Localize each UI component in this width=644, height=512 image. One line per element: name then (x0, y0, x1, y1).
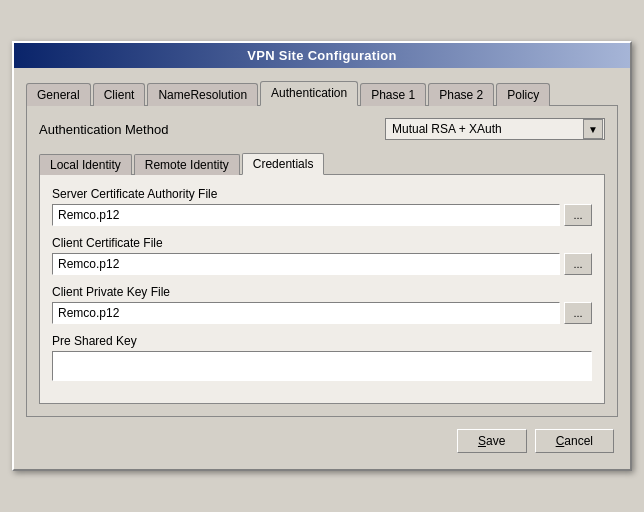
client-cert-browse-button[interactable]: ... (564, 253, 592, 275)
client-cert-group: Client Certificate File ... (52, 236, 592, 275)
tab-policy[interactable]: Policy (496, 83, 550, 106)
client-cert-label: Client Certificate File (52, 236, 592, 250)
auth-method-label: Authentication Method (39, 122, 168, 137)
auth-method-select[interactable]: Mutual RSA + XAuth Mutual RSA Mutual PSK… (385, 118, 605, 140)
client-key-group: Client Private Key File ... (52, 285, 592, 324)
cancel-button[interactable]: Cancel (535, 429, 614, 453)
tab-authentication[interactable]: Authentication (260, 81, 358, 106)
client-key-browse-button[interactable]: ... (564, 302, 592, 324)
server-cert-group: Server Certificate Authority File ... (52, 187, 592, 226)
tab-client[interactable]: Client (93, 83, 146, 106)
top-tab-bar: General Client NameResolution Authentica… (22, 76, 622, 105)
client-cert-row: ... (52, 253, 592, 275)
auth-method-select-wrapper: Mutual RSA + XAuth Mutual RSA Mutual PSK… (385, 118, 605, 140)
inner-tab-bar: Local Identity Remote Identity Credentia… (39, 152, 605, 174)
cancel-underline: Cancel (556, 434, 593, 448)
title-bar: VPN Site Configuration (14, 43, 630, 68)
credentials-panel: Server Certificate Authority File ... Cl… (39, 174, 605, 404)
server-cert-browse-button[interactable]: ... (564, 204, 592, 226)
client-key-label: Client Private Key File (52, 285, 592, 299)
server-cert-input[interactable] (52, 204, 560, 226)
tab-phase2[interactable]: Phase 2 (428, 83, 494, 106)
server-cert-label: Server Certificate Authority File (52, 187, 592, 201)
server-cert-row: ... (52, 204, 592, 226)
main-content: Authentication Method Mutual RSA + XAuth… (26, 105, 618, 417)
auth-method-row: Authentication Method Mutual RSA + XAuth… (39, 118, 605, 140)
save-underline: Save (478, 434, 505, 448)
tab-general[interactable]: General (26, 83, 91, 106)
inner-tab-local-identity[interactable]: Local Identity (39, 154, 132, 175)
preshared-input[interactable] (52, 351, 592, 381)
preshared-group: Pre Shared Key (52, 334, 592, 381)
dialog-body: General Client NameResolution Authentica… (14, 68, 630, 469)
inner-tab-remote-identity[interactable]: Remote Identity (134, 154, 240, 175)
tab-nameresolution[interactable]: NameResolution (147, 83, 258, 106)
save-button[interactable]: Save (457, 429, 527, 453)
window-title: VPN Site Configuration (247, 48, 397, 63)
vpn-dialog: VPN Site Configuration General Client Na… (12, 41, 632, 471)
client-key-input[interactable] (52, 302, 560, 324)
client-key-row: ... (52, 302, 592, 324)
tab-phase1[interactable]: Phase 1 (360, 83, 426, 106)
button-bar: Save Cancel (22, 425, 622, 461)
inner-tab-credentials[interactable]: Credentials (242, 153, 325, 175)
client-cert-input[interactable] (52, 253, 560, 275)
preshared-label: Pre Shared Key (52, 334, 592, 348)
